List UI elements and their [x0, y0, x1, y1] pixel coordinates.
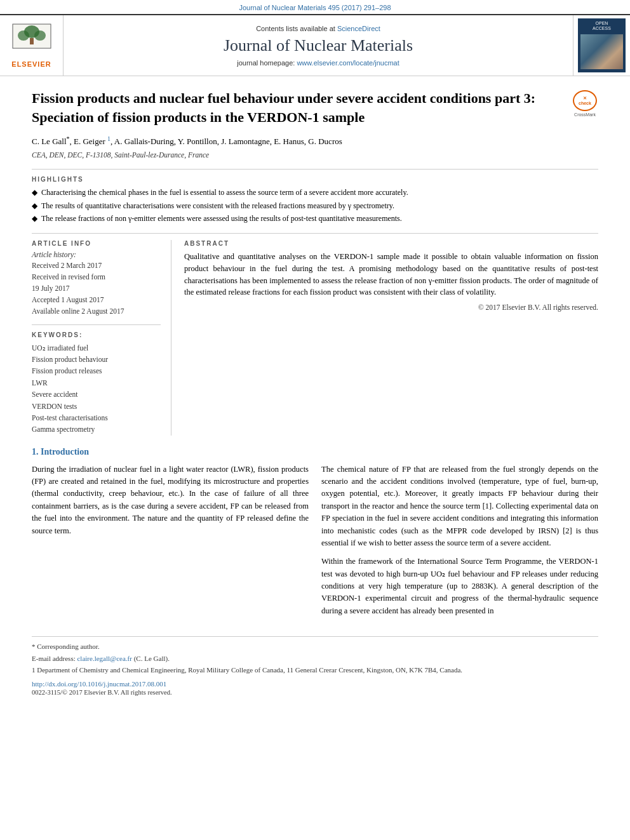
authors-line: C. Le Gall*, E. Geiger 1, A. Gallais-Dur…: [32, 135, 598, 147]
article-title: Fission products and nuclear fuel behavi…: [32, 89, 598, 126]
cover-image-visual: [580, 34, 623, 69]
bullet-2: ◆: [32, 201, 37, 211]
bullet-1: ◆: [32, 187, 37, 198]
issn-line: 0022-3115/© 2017 Elsevier B.V. All right…: [32, 689, 598, 696]
crossmark-circle: ✕check: [573, 90, 597, 111]
copyright-line: © 2017 Elsevier B.V. All rights reserved…: [184, 303, 598, 311]
homepage-link[interactable]: www.elsevier.com/locate/jnucmat: [297, 59, 399, 67]
keyword-8: Gamma spectrometry: [32, 423, 161, 435]
cover-title: OPENACCESS: [593, 21, 611, 32]
revised-date: 19 July 2017: [32, 283, 161, 293]
highlights-section: HIGHLIGHTS ◆ Characterising the chemical…: [32, 176, 598, 224]
keyword-5: Severe accident: [32, 389, 161, 400]
keyword-3: Fission product releases: [32, 365, 161, 377]
svg-rect-4: [30, 38, 34, 44]
keyword-7: Post-test characterisations: [32, 412, 161, 423]
abstract-column: ABSTRACT Qualitative and quantitative an…: [184, 240, 598, 436]
highlights-label: HIGHLIGHTS: [32, 176, 598, 183]
svg-point-2: [18, 30, 29, 41]
bullet-3: ◆: [32, 213, 37, 224]
crossmark-label: CrossMark: [574, 112, 596, 117]
abstract-label: ABSTRACT: [184, 240, 598, 247]
keyword-6: VERDON tests: [32, 401, 161, 412]
divider-1: [32, 169, 598, 170]
divider-2: [32, 233, 598, 234]
svg-point-3: [34, 30, 46, 41]
journal-reference: Journal of Nuclear Materials 495 (2017) …: [0, 0, 630, 14]
crossmark-inner: ✕check: [579, 96, 591, 105]
received-revised-label: Received in revised form: [32, 272, 161, 282]
article-info-column: ARTICLE INFO Article history: Received 2…: [32, 240, 171, 436]
title-area: Fission products and nuclear fuel behavi…: [32, 89, 598, 126]
contents-line: Contents lists available at ScienceDirec…: [256, 25, 380, 32]
available-date: Available online 2 August 2017: [32, 306, 161, 316]
footnotes-area: * Corresponding author. E-mail address: …: [32, 636, 598, 696]
elsevier-label: ELSEVIER: [11, 60, 51, 68]
keywords-section: Keywords: UO₂ irradiated fuel Fission pr…: [32, 331, 161, 436]
journal-cover-image: OPENACCESS: [578, 18, 626, 72]
introduction-section: 1. Introduction During the irradiation o…: [32, 447, 598, 624]
email-link[interactable]: claire.legall@cea.fr: [77, 655, 131, 662]
highlight-item-3: ◆ The release fractions of non γ-emitter…: [32, 213, 598, 224]
elsevier-logo-icon: [10, 23, 54, 58]
divider-info: [32, 324, 161, 325]
intro-left-column: During the irradiation of nuclear fuel i…: [32, 463, 309, 624]
keyword-2: Fission product behaviour: [32, 354, 161, 365]
received-date: Received 2 March 2017: [32, 260, 161, 270]
accepted-date: Accepted 1 August 2017: [32, 295, 161, 305]
email-note: E-mail address: claire.legall@cea.fr (C.…: [32, 654, 598, 663]
intro-right-column: The chemical nature of FP that are relea…: [321, 463, 598, 624]
history-label: Article history:: [32, 251, 161, 258]
homepage-line: journal homepage: www.elsevier.com/locat…: [237, 59, 399, 67]
sciencedirect-link[interactable]: ScienceDirect: [337, 25, 380, 32]
footnote-1-text: 1 Department of Chemistry and Chemical E…: [32, 665, 598, 675]
crossmark-badge[interactable]: ✕check CrossMark: [572, 90, 598, 117]
journal-title: Journal of Nuclear Materials: [224, 36, 413, 55]
article-info-label: ARTICLE INFO: [32, 240, 161, 247]
keyword-1: UO₂ irradiated fuel: [32, 342, 161, 354]
highlight-item-2: ◆ The results of quantitative characteri…: [32, 201, 598, 211]
intro-right-para-1: The chemical nature of FP that are relea…: [321, 463, 598, 550]
intro-left-para-1: During the irradiation of nuclear fuel i…: [32, 463, 309, 537]
affiliation-line: CEA, DEN, DEC, F-13108, Saint-Paul-lez-D…: [32, 151, 598, 159]
corresponding-author-note: * Corresponding author.: [32, 642, 598, 651]
article-body-columns: ARTICLE INFO Article history: Received 2…: [32, 240, 598, 436]
keywords-label: Keywords:: [32, 331, 161, 338]
abstract-section: ABSTRACT Qualitative and quantitative an…: [184, 240, 598, 311]
keyword-4: LWR: [32, 377, 161, 389]
intro-heading: 1. Introduction: [32, 447, 598, 457]
journal-header: ELSEVIER Contents lists available at Sci…: [0, 14, 630, 76]
main-content: Fission products and nuclear fuel behavi…: [0, 76, 630, 709]
intro-columns: During the irradiation of nuclear fuel i…: [32, 463, 598, 624]
doi-link[interactable]: http://dx.doi.org/10.1016/j.jnucmat.2017…: [32, 680, 598, 688]
intro-right-para-2: Within the framework of the Internationa…: [321, 556, 598, 617]
journal-header-center: Contents lists available at ScienceDirec…: [64, 15, 573, 76]
article-info-section: ARTICLE INFO Article history: Received 2…: [32, 240, 161, 316]
elsevier-logo-area: ELSEVIER: [0, 15, 64, 76]
highlight-item-1: ◆ Characterising the chemical phases in …: [32, 187, 598, 198]
journal-cover-area: OPENACCESS: [573, 15, 630, 76]
abstract-text: Qualitative and quantitative analyses on…: [184, 251, 598, 298]
